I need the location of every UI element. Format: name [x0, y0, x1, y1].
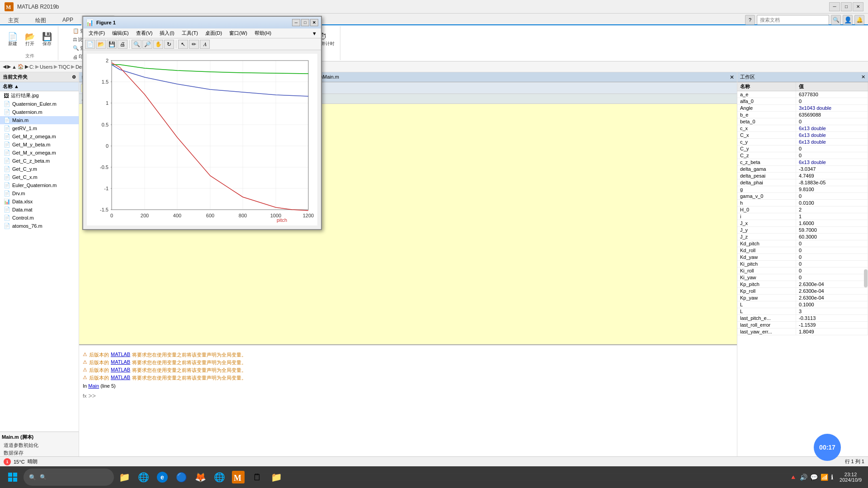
- sidebar-item-jpg[interactable]: 🖼运行结果.jpg: [0, 91, 79, 100]
- nav-forward[interactable]: ▶: [7, 64, 11, 70]
- sidebar-toggle[interactable]: ⚙: [72, 75, 76, 80]
- breadcrumb-c[interactable]: C:: [29, 64, 34, 70]
- taskbar-file-explorer[interactable]: 📁: [116, 469, 133, 486]
- figure-close[interactable]: ✕: [310, 19, 318, 26]
- sidebar-item-control[interactable]: 📄Control.m: [0, 214, 79, 222]
- taskbar-icon-notes[interactable]: 🗒: [249, 469, 266, 486]
- fig-tool-cursor[interactable]: ↖: [178, 40, 188, 49]
- sidebar-item-gmxo[interactable]: 📄Get_M_x_omega.m: [0, 149, 79, 157]
- fig-tool-open[interactable]: 📂: [96, 40, 106, 49]
- matlab-link-1[interactable]: MATLAB: [111, 352, 130, 358]
- ws-row-deltaphai[interactable]: delta_phai-8.1883e-05: [737, 179, 868, 186]
- ws-row-kppitch[interactable]: Kp_pitch2.6300e-04: [737, 281, 868, 288]
- fig-tool-print[interactable]: 🖨: [118, 40, 127, 49]
- ws-row-Cz[interactable]: C_z0: [737, 152, 868, 159]
- taskbar-icon-3[interactable]: 🌐: [135, 469, 152, 486]
- ws-row-kiroll[interactable]: Ki_roll0: [737, 267, 868, 274]
- ws-row-kdroll[interactable]: Kd_roll0: [737, 247, 868, 254]
- fig-menu-view[interactable]: 查看(V): [132, 29, 156, 38]
- save-button[interactable]: 💾 保存: [39, 31, 55, 48]
- fig-tool-annotate[interactable]: 𝐴: [200, 40, 210, 49]
- tray-icon-info[interactable]: ℹ: [831, 474, 833, 481]
- ws-row-Llarge[interactable]: L3: [737, 308, 868, 315]
- minimize-button[interactable]: ─: [829, 2, 840, 11]
- fig-menu-desktop[interactable]: 桌面(D): [202, 29, 226, 38]
- figure-minimize[interactable]: ─: [292, 19, 300, 26]
- fig-menu-tools[interactable]: 工具(T): [178, 29, 202, 38]
- notification-button[interactable]: 🔔: [854, 15, 864, 25]
- fig-tool-zoom-out[interactable]: 🔎: [142, 40, 152, 49]
- breadcrumb-tiqc[interactable]: TIQC: [58, 64, 70, 70]
- taskbar-icon-4[interactable]: e: [154, 469, 171, 486]
- ws-row-be[interactable]: b_e63569088: [737, 112, 868, 118]
- fig-menu-window[interactable]: 窗口(W): [226, 29, 251, 38]
- fig-tool-save[interactable]: 💾: [107, 40, 117, 49]
- sidebar-item-qe[interactable]: 📄Quaternion_Euler.m: [0, 100, 79, 108]
- taskbar-icon-6[interactable]: 🦊: [192, 469, 209, 486]
- ws-row-Jx[interactable]: J_x1.6000: [737, 220, 868, 227]
- fig-tool-brush[interactable]: ✏: [189, 40, 199, 49]
- sidebar-item-eq[interactable]: 📄Euler_Quaternion.m: [0, 181, 79, 189]
- taskbar-time[interactable]: 23:12 2024/10/9: [837, 472, 864, 483]
- ws-row-Jy[interactable]: J_y59.7000: [737, 227, 868, 234]
- sidebar-item-gcx[interactable]: 📄Get_C_x.m: [0, 173, 79, 181]
- ws-row-lastpitch[interactable]: last_pitch_e...-0.3113: [737, 315, 868, 322]
- maximize-button[interactable]: □: [841, 2, 852, 11]
- tray-icon-speaker[interactable]: 🔊: [800, 474, 807, 481]
- main-link[interactable]: Main: [88, 383, 99, 389]
- close-button[interactable]: ✕: [853, 2, 863, 11]
- editor-close[interactable]: ✕: [730, 74, 734, 80]
- ws-row-lastroll[interactable]: last_roll_error-1.1539: [737, 322, 868, 328]
- ws-row-deltapesai[interactable]: delta_pesai4.7469: [737, 173, 868, 179]
- new-button[interactable]: 📄 新建: [5, 31, 21, 48]
- ws-row-h[interactable]: h0.0100: [737, 200, 868, 206]
- fig-menu-help[interactable]: 帮助(H): [251, 29, 275, 38]
- fig-menu-file[interactable]: 文件(F): [85, 29, 108, 38]
- help-button[interactable]: ?: [745, 15, 755, 25]
- sidebar-item-getrv[interactable]: 📄getRV_1.m: [0, 124, 79, 132]
- ws-row-kpyaw[interactable]: Kp_yaw2.6300e-04: [737, 295, 868, 301]
- taskbar-icon-7[interactable]: 🌐: [211, 469, 228, 486]
- tray-icon-1[interactable]: 🔺: [789, 474, 797, 481]
- taskbar-search[interactable]: 🔍 🔍: [24, 469, 114, 486]
- sidebar-item-drv[interactable]: 📄Drv.m: [0, 189, 79, 197]
- breadcrumb-users[interactable]: Users: [40, 64, 53, 70]
- fig-tool-new[interactable]: 📄: [85, 40, 95, 49]
- ws-row-Cx[interactable]: C_x6x13 double: [737, 132, 868, 139]
- ws-row-H0[interactable]: H_02: [737, 206, 868, 213]
- workspace-scrollbar[interactable]: [864, 269, 868, 287]
- ws-row-ae[interactable]: a_e6377830: [737, 91, 868, 98]
- ws-row-Cy[interactable]: C_y0: [737, 145, 868, 152]
- matlab-link-3[interactable]: MATLAB: [111, 367, 130, 374]
- tray-icon-chat[interactable]: 💬: [810, 474, 818, 481]
- ws-row-kipitch[interactable]: Ki_pitch0: [737, 261, 868, 267]
- ws-row-cx-lower[interactable]: c_x6x13 double: [737, 125, 868, 132]
- ws-row-alfa0[interactable]: alfa_00: [737, 98, 868, 105]
- open-button[interactable]: 📂 打开: [22, 31, 38, 48]
- tray-icon-network[interactable]: 📶: [821, 474, 828, 481]
- taskbar-icon-matlab[interactable]: M: [230, 469, 247, 486]
- sidebar-item-q[interactable]: 📄Quaternion.m: [0, 108, 79, 116]
- search-input[interactable]: [757, 15, 829, 25]
- tab-home[interactable]: 主页: [0, 15, 27, 24]
- tab-app[interactable]: APP: [54, 15, 81, 24]
- fig-menu-more[interactable]: ▼: [312, 31, 319, 36]
- ws-row-cy-lower[interactable]: c_y6x13 double: [737, 139, 868, 145]
- sidebar-item-datamat[interactable]: 📄Data.mat: [0, 206, 79, 214]
- ws-row-Lsmall[interactable]: L0.1000: [737, 301, 868, 308]
- workspace-close[interactable]: ✕: [861, 74, 865, 80]
- sidebar-bottom-item-0[interactable]: 道道参数初始化: [2, 441, 77, 449]
- ws-row-angle[interactable]: Angle3x1043 double: [737, 105, 868, 112]
- taskbar-icon-5[interactable]: 🔵: [173, 469, 190, 486]
- command-input[interactable]: [98, 393, 733, 399]
- ws-row-kproll[interactable]: Kp_roll2.6300e-04: [737, 288, 868, 295]
- nav-back[interactable]: ◀: [3, 64, 6, 70]
- sidebar-item-gmyb[interactable]: 📄Get_M_y_beta.m: [0, 141, 79, 149]
- fig-menu-edit[interactable]: 编辑(E): [108, 29, 132, 38]
- ws-row-lastyaw[interactable]: last_yaw_err...1.8049: [737, 328, 868, 335]
- sidebar-item-dataxls[interactable]: 📊Data.xlsx: [0, 197, 79, 206]
- tab-plot[interactable]: 绘图: [27, 15, 54, 24]
- ws-row-kdyaw[interactable]: Kd_yaw0: [737, 254, 868, 261]
- matlab-link-4[interactable]: MATLAB: [111, 375, 130, 381]
- sidebar-item-gcy[interactable]: 📄Get_C_y.m: [0, 165, 79, 173]
